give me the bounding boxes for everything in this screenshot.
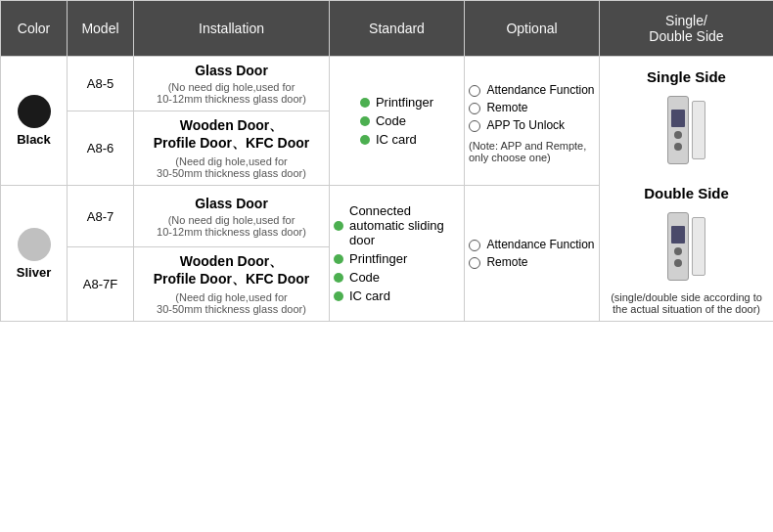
model-a8-5: A8-5 — [68, 57, 134, 111]
device-panel-1 — [667, 96, 689, 164]
device-button — [674, 131, 682, 139]
dot-icon — [334, 273, 343, 283]
install-a8-6: Wooden Door、 Profile Door、KFC Door (Need… — [134, 111, 330, 186]
single-side-image — [658, 91, 716, 169]
standard-label: Connected automatic sliding door — [349, 203, 460, 247]
optional-note-black: (Note: APP and Rempte, only choose one) — [469, 140, 595, 163]
standard-item: IC card — [334, 288, 460, 303]
header-side: Single/ Double Side — [600, 1, 774, 57]
optional-list-silver: Attendance Function Remote — [469, 234, 594, 273]
dot-icon — [360, 98, 370, 108]
optional-label: Attendance Function — [486, 238, 594, 251]
optional-list-black: Attendance Function Remote APP To Unlock — [469, 79, 594, 136]
dot-icon — [360, 116, 370, 126]
standard-item: Code — [334, 270, 460, 285]
optional-item: APP To Unlock — [469, 118, 594, 132]
header-optional: Optional — [465, 1, 600, 57]
black-circle-icon — [18, 95, 51, 128]
device-button — [674, 247, 682, 255]
standard-item: IC card — [360, 132, 433, 147]
color-black: Black — [1, 57, 68, 186]
dot-icon — [334, 291, 343, 301]
install-a8-7: Glass Door (No need dig hole,used for 10… — [134, 186, 330, 247]
standard-list-silver: Connected automatic sliding door Printfi… — [334, 200, 460, 307]
standard-item: Printfinger — [360, 95, 433, 110]
color-label-silver: Sliver — [17, 265, 51, 280]
standard-black: Printfinger Code IC card — [330, 57, 465, 186]
standard-label: Code — [376, 113, 406, 128]
install-sub-a8-7: (No need dig hole,used for 10-12mm thick… — [138, 214, 325, 238]
dot-icon — [334, 221, 343, 231]
standard-label: Printfinger — [349, 251, 407, 266]
device-panel-2 — [692, 101, 705, 159]
radio-icon — [469, 120, 480, 132]
install-a8-5: Glass Door (No need dig hole,used for 10… — [134, 57, 330, 111]
header-standard: Standard — [330, 1, 465, 57]
radio-icon — [469, 240, 480, 251]
standard-list-black: Printfinger Code IC card — [360, 91, 433, 151]
optional-black: Attendance Function Remote APP To Unlock… — [465, 57, 600, 186]
optional-item: Attendance Function — [469, 83, 594, 97]
device-screen — [671, 226, 685, 244]
standard-label: Code — [349, 270, 380, 285]
double-side-image — [658, 207, 716, 286]
radio-icon — [469, 257, 480, 269]
install-title-a8-5: Glass Door — [138, 63, 325, 78]
standard-item: Printfinger — [334, 251, 460, 266]
device-button — [674, 259, 682, 267]
install-title-a8-7f: Wooden Door、 Profile Door、KFC Door — [138, 253, 325, 288]
header-color: Color — [1, 1, 68, 57]
install-sub-a8-6: (Need dig hole,used for 30-50mm thicknes… — [138, 155, 325, 179]
dot-icon — [360, 135, 370, 145]
side-column: Single Side Double Side — [600, 57, 774, 322]
model-a8-7f: A8-7F — [68, 247, 134, 322]
install-sub-a8-7f: (Need dig hole,used for 30-50mm thicknes… — [138, 291, 325, 315]
standard-label: IC card — [349, 288, 390, 303]
model-a8-7: A8-7 — [68, 186, 134, 247]
radio-icon — [469, 85, 480, 97]
device-panel-4 — [692, 217, 705, 276]
standard-item: Code — [360, 113, 433, 128]
standard-item: Connected automatic sliding door — [334, 203, 460, 247]
optional-item: Attendance Function — [469, 238, 594, 251]
device-screen — [671, 110, 685, 127]
install-title-a8-7: Glass Door — [138, 196, 325, 211]
color-label-black: Black — [17, 132, 51, 147]
optional-label: Remote — [486, 101, 527, 114]
standard-silver: Connected automatic sliding door Printfi… — [330, 186, 465, 322]
color-silver: Sliver — [1, 186, 68, 322]
header-model: Model — [68, 1, 134, 57]
optional-label: Attendance Function — [486, 83, 594, 97]
side-note: (single/double side according to the act… — [604, 291, 769, 315]
optional-silver: Attendance Function Remote — [465, 186, 600, 322]
header-installation: Installation — [134, 1, 330, 57]
standard-label: IC card — [376, 132, 417, 147]
install-a8-7f: Wooden Door、 Profile Door、KFC Door (Need… — [134, 247, 330, 322]
optional-item: Remote — [469, 255, 594, 269]
side-double-title: Double Side — [604, 185, 769, 201]
install-title-a8-6: Wooden Door、 Profile Door、KFC Door — [138, 117, 325, 153]
device-panel-3 — [667, 212, 689, 281]
silver-circle-icon — [18, 228, 51, 261]
model-a8-6: A8-6 — [68, 111, 134, 186]
install-sub-a8-5: (No need dig hole,used for 10-12mm thick… — [138, 81, 325, 105]
optional-item: Remote — [469, 101, 594, 114]
side-single-title: Single Side — [604, 68, 769, 85]
optional-label: APP To Unlock — [486, 118, 565, 132]
dot-icon — [334, 254, 343, 264]
standard-label: Printfinger — [376, 95, 433, 110]
table-row: Black A8-5 Glass Door (No need dig hole,… — [1, 57, 774, 111]
radio-icon — [469, 103, 480, 114]
device-button — [674, 143, 682, 151]
optional-label: Remote — [486, 255, 527, 269]
